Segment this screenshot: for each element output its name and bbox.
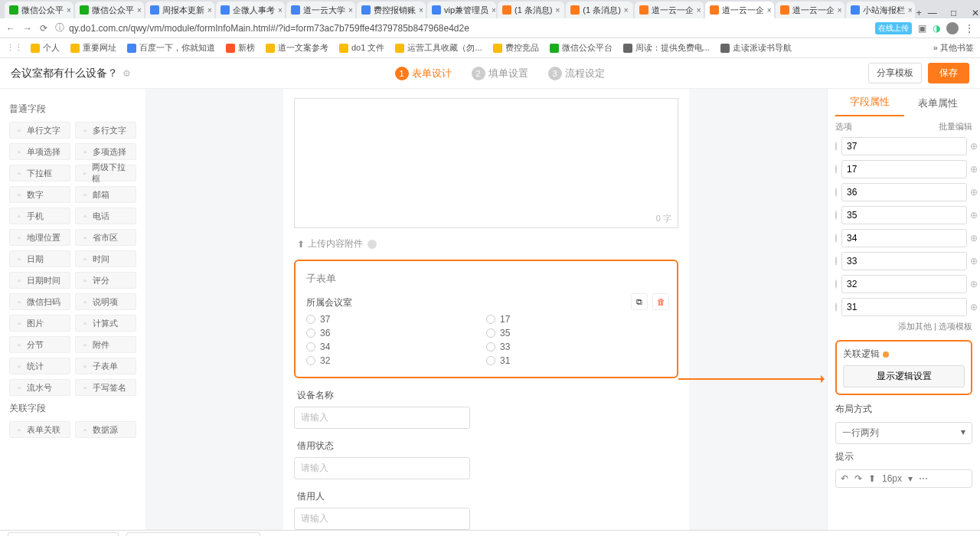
field-type-button[interactable]: ▫图片: [9, 315, 70, 332]
add-option-icon[interactable]: ⊕: [970, 279, 978, 289]
field-type-button[interactable]: ▫子表单: [75, 358, 136, 374]
radio-icon[interactable]: [835, 165, 837, 174]
field-type-button[interactable]: ▫数据源: [75, 421, 136, 438]
device-name-input[interactable]: 请输入: [294, 407, 470, 429]
close-tab-icon[interactable]: ×: [624, 6, 629, 15]
field-type-button[interactable]: ▫表单关联: [9, 421, 70, 438]
show-logic-settings-button[interactable]: 显示逻辑设置: [843, 365, 965, 387]
copy-icon[interactable]: ⧉: [631, 293, 648, 310]
borrow-status-input[interactable]: 请输入: [294, 457, 470, 479]
upload-icon[interactable]: ⬆: [868, 473, 876, 484]
bookmark-item[interactable]: 运营工具收藏（勿...: [395, 42, 482, 54]
profile-icon[interactable]: [946, 22, 959, 34]
hint-toolbar[interactable]: ↶ ↷ ⬆ 16px▾ ⋯: [835, 469, 972, 488]
extension-icon[interactable]: ▣: [918, 23, 926, 34]
close-tab-icon[interactable]: ×: [419, 6, 423, 15]
radio-icon[interactable]: [835, 279, 837, 289]
font-size[interactable]: 16px: [882, 473, 902, 484]
radio-option[interactable]: 37: [306, 314, 486, 325]
add-option-icon[interactable]: ⊕: [970, 210, 978, 221]
menu-icon[interactable]: ⋮: [965, 23, 974, 34]
close-tab-icon[interactable]: ×: [556, 6, 560, 15]
close-tab-icon[interactable]: ×: [137, 6, 142, 15]
option-input[interactable]: [841, 183, 967, 201]
field-type-button[interactable]: ▫多项选择: [75, 143, 136, 160]
option-input[interactable]: [841, 160, 967, 178]
bookmark-item[interactable]: 走读派读书导航: [720, 42, 792, 54]
option-input[interactable]: [841, 298, 967, 316]
radio-option[interactable]: 32: [306, 355, 486, 366]
batch-edit-link[interactable]: 批量编辑: [939, 121, 972, 132]
radio-option[interactable]: 33: [486, 342, 666, 352]
bookmark-item[interactable]: 费控竞品: [493, 42, 539, 54]
browser-tab[interactable]: (1 条消息)×: [498, 2, 564, 18]
field-type-button[interactable]: ▫统计: [9, 358, 70, 374]
back-button[interactable]: ←: [6, 23, 15, 34]
radio-option[interactable]: 34: [306, 342, 486, 352]
field-type-button[interactable]: ▫地理位置: [9, 229, 70, 246]
option-input[interactable]: [841, 275, 967, 293]
window-close[interactable]: ✕: [965, 8, 980, 18]
field-type-button[interactable]: ▫手机: [9, 208, 70, 224]
radio-option[interactable]: 35: [486, 328, 666, 338]
bookmark-item[interactable]: 个人: [31, 42, 60, 54]
bookmark-item[interactable]: 百度一下，你就知道: [127, 42, 215, 54]
browser-tab[interactable]: (1 条消息)×: [566, 2, 632, 18]
add-option-icon[interactable]: ⊕: [970, 164, 978, 175]
step-fill-settings[interactable]: 2填单设置: [472, 67, 528, 80]
field-type-button[interactable]: ▫日期时间: [9, 272, 70, 289]
browser-tab[interactable]: vip兼管理员×: [427, 2, 496, 18]
download-item[interactable]: vip兼管理员.png⌃: [8, 532, 119, 536]
subform-block[interactable]: 子表单 所属会议室 ⧉ 🗑 3717363534333231: [294, 260, 678, 378]
field-type-button[interactable]: ▫多行文字: [75, 122, 136, 139]
radio-icon[interactable]: [835, 302, 837, 312]
field-type-button[interactable]: ▫评分: [75, 272, 136, 289]
add-other-link[interactable]: 添加其他 | 选项模板: [835, 321, 972, 332]
bookmark-item[interactable]: 微信公众平台: [550, 42, 612, 54]
add-option-icon[interactable]: ⊕: [970, 302, 978, 312]
site-info-icon[interactable]: ⓘ: [55, 21, 64, 34]
field-type-button[interactable]: ▫省市区: [75, 229, 136, 246]
url-display[interactable]: qy.do1.com.cn/qwy/vm/module/formInfoMain…: [69, 23, 875, 34]
apps-button[interactable]: ⋮⋮: [6, 43, 23, 53]
forward-button[interactable]: →: [23, 23, 32, 34]
upload-attachment[interactable]: ⬆上传内容附件: [297, 237, 675, 250]
field-type-button[interactable]: ▫日期: [9, 250, 70, 267]
browser-tab[interactable]: 微信公众平×: [5, 2, 74, 18]
add-option-icon[interactable]: ⊕: [970, 256, 978, 266]
tab-form-props[interactable]: 表单属性: [904, 96, 973, 116]
field-type-button[interactable]: ▫分节: [9, 336, 70, 353]
radio-option[interactable]: 36: [306, 328, 486, 338]
more-icon[interactable]: ⋯: [919, 473, 928, 484]
close-tab-icon[interactable]: ×: [697, 6, 701, 15]
field-type-button[interactable]: ▫说明项: [75, 293, 136, 310]
radio-icon[interactable]: [835, 234, 837, 243]
layout-select[interactable]: 一行两列▾: [835, 422, 972, 444]
step-flow-settings[interactable]: 3流程设定: [548, 67, 605, 80]
step-form-design[interactable]: 1表单设计: [395, 67, 452, 80]
browser-tab[interactable]: 道一云大学×: [286, 2, 355, 18]
close-tab-icon[interactable]: ×: [348, 6, 353, 15]
field-type-button[interactable]: ▫数字: [9, 186, 70, 203]
field-type-button[interactable]: ▫单项选择: [9, 143, 70, 160]
close-tab-icon[interactable]: ×: [767, 6, 772, 15]
browser-tab[interactable]: 道一云一企×: [705, 2, 774, 18]
radio-icon[interactable]: [835, 257, 837, 266]
delete-icon[interactable]: 🗑: [652, 293, 669, 310]
close-tab-icon[interactable]: ×: [492, 6, 496, 15]
window-maximize[interactable]: □: [943, 8, 965, 18]
field-type-button[interactable]: ▫流水号: [9, 379, 70, 396]
close-tab-icon[interactable]: ×: [838, 6, 842, 15]
radio-icon[interactable]: [835, 211, 837, 220]
field-type-button[interactable]: ▫手写签名: [75, 379, 136, 396]
window-minimize[interactable]: —: [922, 8, 943, 18]
borrower-input[interactable]: 请输入: [294, 508, 470, 530]
radio-option[interactable]: 31: [486, 355, 666, 366]
radio-icon[interactable]: [835, 142, 837, 151]
field-type-button[interactable]: ▫时间: [75, 250, 136, 267]
other-bookmarks[interactable]: » 其他书签: [933, 42, 974, 54]
radio-option[interactable]: 17: [486, 314, 666, 325]
bookmark-item[interactable]: 周读：提供免费电...: [623, 42, 710, 54]
field-type-button[interactable]: ▫两级下拉框: [75, 165, 136, 181]
close-tab-icon[interactable]: ×: [207, 6, 212, 15]
